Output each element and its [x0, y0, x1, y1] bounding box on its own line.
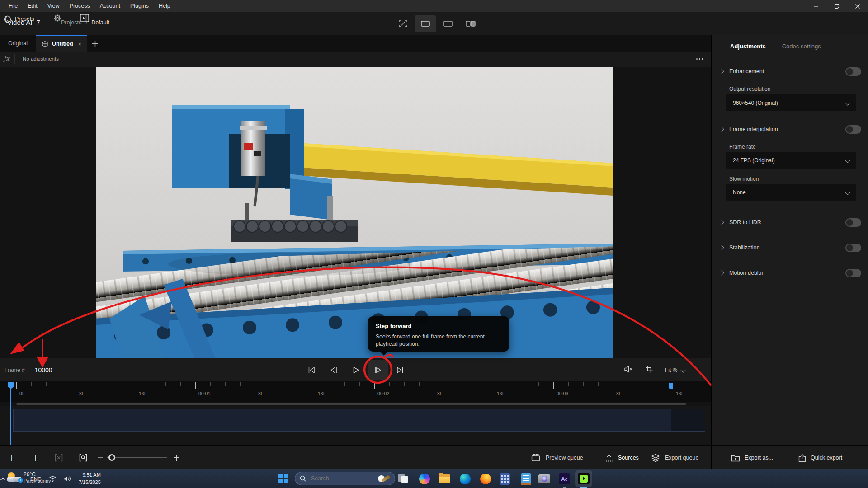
menu-item-view[interactable]: View: [42, 0, 65, 12]
tray-chevron-up-icon[interactable]: [0, 477, 6, 481]
video-clip[interactable]: [14, 409, 671, 431]
frame-number-value[interactable]: 10000: [35, 366, 52, 374]
menu-item-process[interactable]: Process: [65, 0, 95, 12]
preview-queue-button[interactable]: Preview queue: [531, 446, 583, 470]
sources-button[interactable]: Sources: [605, 446, 639, 470]
timeline-scrollbar[interactable]: [16, 403, 686, 405]
ruler-tick-label: 00:03: [557, 391, 568, 396]
edge-button[interactable]: [459, 473, 471, 485]
menu-item-edit[interactable]: Edit: [23, 0, 42, 12]
search-icon: [300, 475, 306, 482]
output-resolution-dropdown[interactable]: 960×540 (Original): [726, 94, 856, 111]
play-button[interactable]: [345, 360, 366, 380]
tab-codec-settings[interactable]: Codec settings: [782, 43, 821, 50]
ruler-tick-minor: [464, 382, 464, 386]
mark-in-button[interactable]: [: [5, 446, 18, 470]
stabilization-toggle[interactable]: [845, 244, 861, 252]
firefox-button[interactable]: [479, 473, 491, 485]
mark-out-glyph: ]: [34, 453, 37, 462]
task-view-button[interactable]: [398, 473, 410, 485]
step-forward-button[interactable]: [368, 360, 388, 380]
frame-rate-dropdown[interactable]: 24 FPS (Original): [726, 152, 856, 169]
video-track[interactable]: [13, 409, 705, 432]
motion-deblur-toggle[interactable]: [845, 269, 861, 277]
section-enhancement[interactable]: Enhancement: [712, 67, 868, 77]
minimize-button[interactable]: [806, 0, 826, 12]
timeline-zoom-out[interactable]: [98, 457, 103, 458]
taskbar-search[interactable]: [295, 472, 395, 485]
tab-original-label: Original: [8, 40, 28, 47]
frame-rate-value: 24 FPS (Original): [733, 157, 775, 164]
gear-icon: [53, 14, 61, 22]
topaz-video-ai-button[interactable]: [575, 470, 592, 487]
export-queue-button[interactable]: Export queue: [651, 446, 698, 470]
cube-icon: [42, 41, 48, 47]
tab-close-button[interactable]: ×: [78, 41, 82, 47]
view-mode-toggles: [392, 15, 481, 32]
slow-motion-dropdown[interactable]: None: [726, 184, 856, 201]
menu-item-file[interactable]: File: [4, 0, 23, 12]
clock[interactable]: 9:51 AM 7/15/2025: [79, 472, 101, 486]
menu-item-plugins[interactable]: Plugins: [125, 0, 154, 12]
ruler-tick-minor: [703, 382, 703, 386]
timeline-ruler[interactable]: 0f8f16f00:018f16f00:028f16f00:038f16f: [0, 381, 711, 402]
fit-label: Fit %: [665, 367, 677, 373]
zoom-to-selection-button[interactable]: [76, 446, 90, 470]
start-button[interactable]: [278, 474, 289, 484]
export-as-button[interactable]: Export as...: [731, 446, 773, 470]
close-button[interactable]: [847, 0, 868, 12]
timeline-zoom-slider[interactable]: [107, 457, 167, 458]
ruler-tick-label: 16f: [676, 391, 683, 396]
crop-button[interactable]: [645, 365, 653, 375]
ruler-tick-major: [195, 382, 196, 389]
restore-button[interactable]: [826, 0, 847, 12]
view-split-button[interactable]: [438, 15, 458, 32]
view-single-button[interactable]: [415, 15, 436, 32]
notepad-button[interactable]: [520, 473, 532, 485]
more-options-button[interactable]: [696, 58, 703, 60]
section-motion-deblur[interactable]: Motion deblur: [712, 268, 868, 278]
section-frame-interpolation[interactable]: Frame interpolation: [712, 125, 868, 135]
weather-temperature: 26°C: [24, 471, 51, 478]
camera-button[interactable]: [538, 473, 551, 485]
tab-untitled[interactable]: Untitled ×: [36, 35, 87, 52]
chevron-down-icon: [845, 100, 850, 105]
step-forward-tooltip: Step forward Seeks forward one full fram…: [368, 316, 509, 352]
enhancement-toggle[interactable]: [845, 67, 861, 76]
step-back-button[interactable]: [323, 360, 344, 380]
menu-item-help[interactable]: Help: [154, 0, 175, 12]
quick-export-button[interactable]: Quick export: [798, 446, 842, 470]
play-icon: [351, 365, 361, 375]
tab-original[interactable]: Original: [0, 35, 36, 52]
view-fullscreen-button[interactable]: [392, 15, 413, 32]
timeline-zoom-knob[interactable]: [108, 454, 115, 461]
calculator-button[interactable]: [499, 473, 511, 485]
skip-end-icon: [395, 365, 405, 375]
view-side-by-side-button[interactable]: [460, 15, 481, 32]
ruler-tick-label: 00:01: [198, 391, 210, 396]
frame-interpolation-toggle[interactable]: [845, 125, 861, 134]
clip-end-marker[interactable]: [669, 383, 673, 389]
file-explorer-button[interactable]: [439, 473, 451, 485]
section-stabilization[interactable]: Stabilization: [712, 243, 868, 253]
mark-out-button[interactable]: ]: [29, 446, 42, 470]
ruler-tick-minor: [151, 382, 151, 386]
skip-to-start-button[interactable]: [301, 360, 321, 380]
breadcrumb-projects[interactable]: Projects: [61, 19, 81, 26]
volume-icon[interactable]: [64, 475, 71, 482]
clear-selection-button[interactable]: [52, 446, 66, 470]
sdr-to-hdr-toggle[interactable]: [845, 218, 861, 227]
search-input[interactable]: [310, 475, 374, 482]
mute-button[interactable]: [624, 365, 633, 375]
onedrive-icon[interactable]: i: [13, 475, 23, 483]
section-sdr-to-hdr[interactable]: SDR to HDR: [712, 218, 868, 228]
zoom-fit-dropdown[interactable]: Fit %: [665, 367, 685, 373]
skip-to-end-button[interactable]: [390, 360, 410, 380]
ruler-tick-minor: [344, 382, 345, 386]
menu-item-account[interactable]: Account: [95, 0, 125, 12]
after-effects-button[interactable]: Ae: [558, 473, 571, 485]
copilot-button[interactable]: [418, 473, 430, 485]
tab-adjustments[interactable]: Adjustments: [730, 43, 766, 50]
ruler-tick-major: [315, 382, 315, 389]
new-tab-button[interactable]: [87, 35, 103, 52]
